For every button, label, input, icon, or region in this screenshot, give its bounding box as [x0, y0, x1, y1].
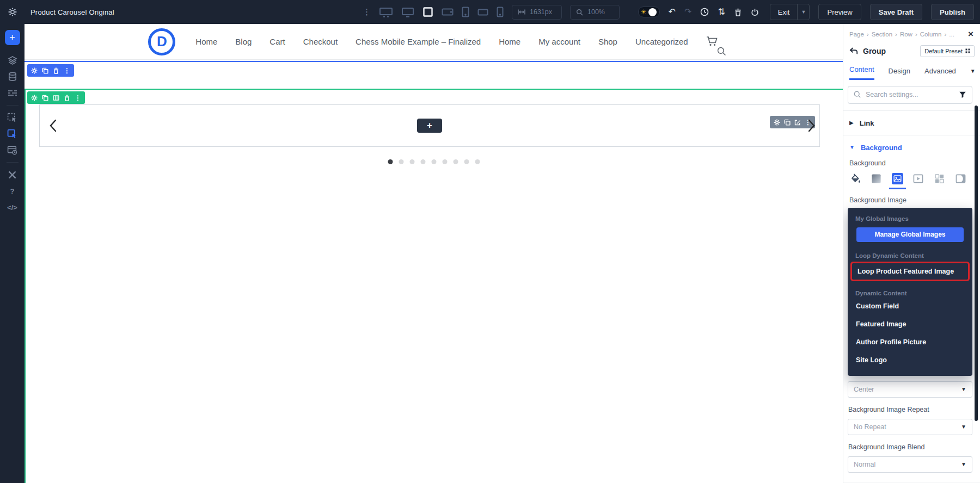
background-image-repeat-select[interactable]: No Repeat ▼ — [848, 419, 972, 435]
panel-scrollbar[interactable] — [975, 106, 978, 421]
pagination-dot[interactable] — [475, 159, 480, 164]
page-layouts-icon[interactable] — [0, 142, 24, 158]
dropdown-item-featured-image[interactable]: Featured Image — [854, 316, 966, 332]
module-edit-icon[interactable] — [794, 119, 801, 126]
drag-handle-icon[interactable]: ⋮ — [363, 10, 371, 14]
carousel-next-arrow-icon[interactable] — [806, 119, 816, 133]
cart-icon[interactable] — [706, 36, 719, 48]
add-item-button[interactable]: + — [417, 119, 442, 133]
nav-link[interactable]: My account — [538, 37, 580, 46]
help-icon[interactable]: ? — [0, 183, 24, 199]
settings-list-icon[interactable] — [0, 85, 24, 101]
module-settings-gear-icon[interactable] — [774, 119, 780, 126]
device-phone-landscape-icon[interactable] — [477, 9, 488, 16]
background-image-blend-select[interactable]: Normal ▼ — [848, 456, 972, 473]
nav-link[interactable]: Checkout — [303, 37, 338, 46]
nav-link[interactable]: Chess Mobile Example – Finalized — [356, 37, 481, 46]
manage-global-images-button[interactable]: Manage Global Images — [856, 227, 964, 242]
pagination-dot[interactable] — [420, 159, 425, 164]
filter-funnel-icon[interactable] — [959, 91, 966, 98]
database-icon[interactable] — [0, 69, 24, 85]
preview-button[interactable]: Preview — [818, 4, 861, 20]
breadcrumb-item[interactable]: Column — [920, 31, 942, 38]
canvas-zoom-input[interactable] — [570, 5, 620, 20]
canvas-width-input[interactable] — [512, 5, 562, 20]
breadcrumb-truncation[interactable]: ... — [949, 31, 954, 38]
tools-icon[interactable] — [0, 166, 24, 183]
undo-icon[interactable]: ↶ — [669, 8, 676, 16]
row-duplicate-icon[interactable] — [42, 95, 48, 101]
pagination-dot[interactable] — [453, 159, 458, 164]
search-settings-field[interactable] — [848, 86, 972, 104]
carousel-prev-arrow-icon[interactable] — [48, 119, 58, 133]
site-logo[interactable]: D — [148, 28, 175, 55]
background-mask-icon[interactable] — [955, 173, 966, 184]
exit-button-group[interactable]: Exit ▼ — [770, 4, 810, 20]
nav-link[interactable]: Uncategorized — [635, 37, 688, 46]
dropdown-item-loop-product-featured-image[interactable]: Loop Product Featured Image — [854, 263, 966, 280]
exit-button[interactable]: Exit — [770, 4, 798, 20]
pagination-dot[interactable] — [464, 159, 469, 164]
portability-power-icon[interactable] — [751, 8, 759, 16]
exit-caret-icon[interactable]: ▼ — [797, 4, 809, 20]
background-color-bucket-icon[interactable] — [849, 173, 861, 184]
nav-link[interactable]: Home — [195, 37, 217, 46]
pagination-dot-active[interactable] — [388, 159, 393, 164]
breadcrumb-item[interactable]: Row — [900, 31, 912, 38]
background-pattern-icon[interactable] — [934, 173, 945, 184]
pagination-dot[interactable] — [431, 159, 436, 164]
section-more-options-icon[interactable]: ⋮ — [64, 69, 70, 72]
section-duplicate-icon[interactable] — [42, 67, 48, 74]
device-desktop-icon[interactable] — [401, 7, 414, 17]
background-image-position-select[interactable]: Center ▼ — [848, 381, 972, 398]
trash-icon[interactable] — [734, 8, 742, 16]
breadcrumb-item[interactable]: Section — [872, 31, 892, 38]
background-video-icon[interactable] — [912, 173, 924, 184]
search-settings-input[interactable] — [866, 91, 954, 98]
dropdown-item-site-logo[interactable]: Site Logo — [854, 352, 966, 368]
dropdown-item-custom-field[interactable]: Custom Field — [854, 298, 966, 314]
device-phone-portrait-icon[interactable] — [497, 7, 504, 17]
row-settings-gear-icon[interactable] — [31, 95, 38, 101]
width-value[interactable] — [530, 8, 556, 16]
close-panel-icon[interactable]: × — [968, 30, 973, 38]
history-icon[interactable] — [700, 8, 709, 16]
tab-advanced[interactable]: Advanced — [924, 67, 956, 80]
back-arrow-icon[interactable] — [849, 47, 858, 54]
section-trash-icon[interactable] — [53, 67, 59, 74]
section-background[interactable]: ▼ Background — [843, 135, 980, 154]
background-gradient-icon[interactable] — [871, 173, 882, 184]
nav-link[interactable]: Home — [499, 37, 520, 46]
publish-button[interactable]: Publish — [931, 4, 974, 20]
nav-link[interactable]: Shop — [598, 37, 617, 46]
code-icon[interactable]: </> — [0, 199, 24, 215]
zoom-value[interactable] — [587, 8, 614, 16]
default-preset-button[interactable]: Default Preset — [920, 45, 975, 57]
nav-link[interactable]: Cart — [270, 37, 285, 46]
click-mode-icon[interactable] — [0, 126, 24, 142]
device-desktop-large-icon[interactable] — [379, 7, 393, 17]
row-columns-icon[interactable] — [53, 95, 59, 101]
pagination-dot[interactable] — [442, 159, 447, 164]
pagination-dot[interactable] — [399, 159, 403, 164]
add-module-button[interactable]: + — [5, 30, 20, 45]
device-tablet-portrait-icon[interactable] — [462, 7, 469, 17]
sort-layers-icon[interactable]: ⇅ — [718, 8, 725, 16]
section-link[interactable]: ▶ Link — [843, 111, 980, 135]
module-duplicate-icon[interactable] — [784, 119, 791, 126]
device-current-breakpoint-icon[interactable] — [422, 7, 433, 17]
pagination-dot[interactable] — [409, 159, 414, 164]
breadcrumb-item[interactable]: Page — [849, 31, 864, 38]
hover-mode-icon[interactable] — [0, 109, 24, 126]
tab-design[interactable]: Design — [889, 67, 910, 80]
light-dark-mode-toggle[interactable]: ☀ — [638, 7, 660, 17]
page-settings-gear-icon[interactable] — [8, 8, 17, 16]
dropdown-item-author-profile-picture[interactable]: Author Profile Picture — [854, 334, 966, 350]
tab-content[interactable]: Content — [849, 65, 874, 80]
device-tablet-landscape-icon[interactable] — [442, 8, 454, 16]
nav-link[interactable]: Blog — [235, 37, 252, 46]
row-trash-icon[interactable] — [64, 95, 70, 101]
search-icon[interactable] — [717, 47, 726, 56]
background-image-icon[interactable] — [892, 173, 903, 184]
section-settings-gear-icon[interactable] — [31, 67, 38, 74]
